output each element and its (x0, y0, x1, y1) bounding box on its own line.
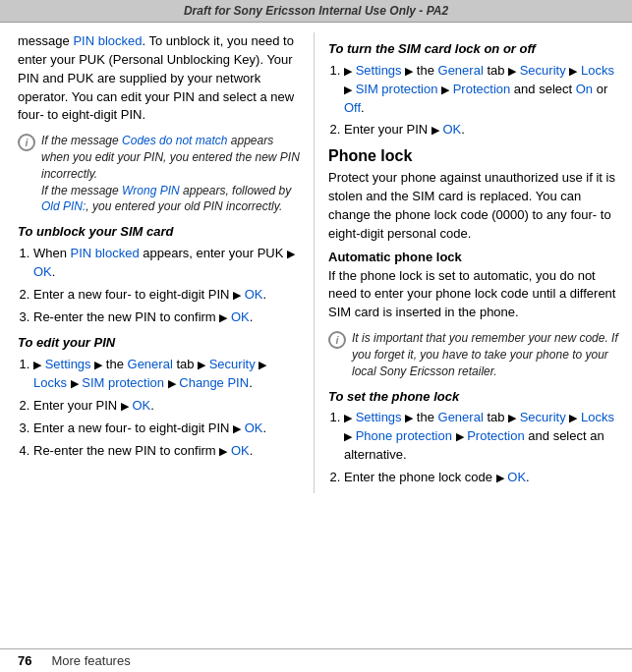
page-content: message PIN blocked. To unblock it, you … (0, 23, 632, 503)
unblock-step-1: When PIN blocked appears, enter your PUK… (33, 245, 302, 282)
edit-pin-steps-list: ▶ Settings ▶ the General tab ▶ Security … (18, 356, 302, 460)
phone-lock-heading: Phone lock (328, 147, 620, 165)
unblock-steps-list: When PIN blocked appears, enter your PUK… (18, 245, 302, 326)
unblock-step-3: Re-enter the new PIN to confirm ▶ OK. (33, 308, 302, 327)
tip-box-1: i If the message Codes do not match appe… (18, 133, 302, 215)
tip-text-2: It is important that you remember your n… (352, 330, 620, 379)
phone-lock-intro: Protect your phone against unauthorized … (328, 169, 620, 243)
edit-step-1: ▶ Settings ▶ the General tab ▶ Security … (33, 356, 302, 393)
unblock-heading: To unblock your SIM card (18, 223, 302, 242)
set-lock-step-1: ▶ Settings ▶ the General tab ▶ Security … (344, 409, 620, 465)
set-phone-lock-heading: To set the phone lock (328, 388, 620, 407)
right-column: To turn the SIM card lock on or off ▶ Se… (315, 32, 632, 493)
edit-step-3: Enter a new four- to eight-digit PIN ▶ O… (33, 420, 302, 438)
edit-step-2: Enter your PIN ▶ OK. (33, 397, 302, 416)
auto-lock-text: If the phone lock is set to automatic, y… (328, 267, 620, 323)
set-lock-steps-list: ▶ Settings ▶ the General tab ▶ Security … (328, 409, 620, 486)
tip-box-2: i It is important that you remember your… (328, 330, 620, 379)
edit-step-4: Re-enter the new PIN to confirm ▶ OK. (33, 442, 302, 461)
pin-blocked-text: PIN blocked (73, 33, 142, 48)
header-bar: Draft for Sony Ericsson Internal Use Onl… (0, 0, 632, 23)
footer-bar: 76 More features (0, 648, 632, 672)
tip-text-1: If the message Codes do not match appear… (41, 133, 302, 215)
intro-paragraph: message PIN blocked. To unblock it, you … (18, 32, 302, 125)
sim-lock-step-1: ▶ Settings ▶ the General tab ▶ Security … (344, 62, 620, 118)
footer-page-number: 76 (18, 653, 31, 668)
tip-icon-2: i (328, 331, 346, 349)
unblock-step-2: Enter a new four- to eight-digit PIN ▶ O… (33, 286, 302, 305)
sim-lock-heading: To turn the SIM card lock on or off (328, 40, 620, 59)
left-column: message PIN blocked. To unblock it, you … (0, 32, 315, 493)
footer-label: More features (51, 653, 130, 668)
auto-phone-lock-heading: Automatic phone lock (328, 250, 620, 264)
edit-pin-heading: To edit your PIN (18, 334, 302, 353)
tip-icon-1: i (18, 134, 35, 151)
sim-lock-step-2: Enter your PIN ▶ OK. (344, 121, 620, 140)
sim-lock-steps-list: ▶ Settings ▶ the General tab ▶ Security … (328, 62, 620, 140)
header-title: Draft for Sony Ericsson Internal Use Onl… (184, 4, 448, 18)
set-lock-step-2: Enter the phone lock code ▶ OK. (344, 469, 620, 487)
